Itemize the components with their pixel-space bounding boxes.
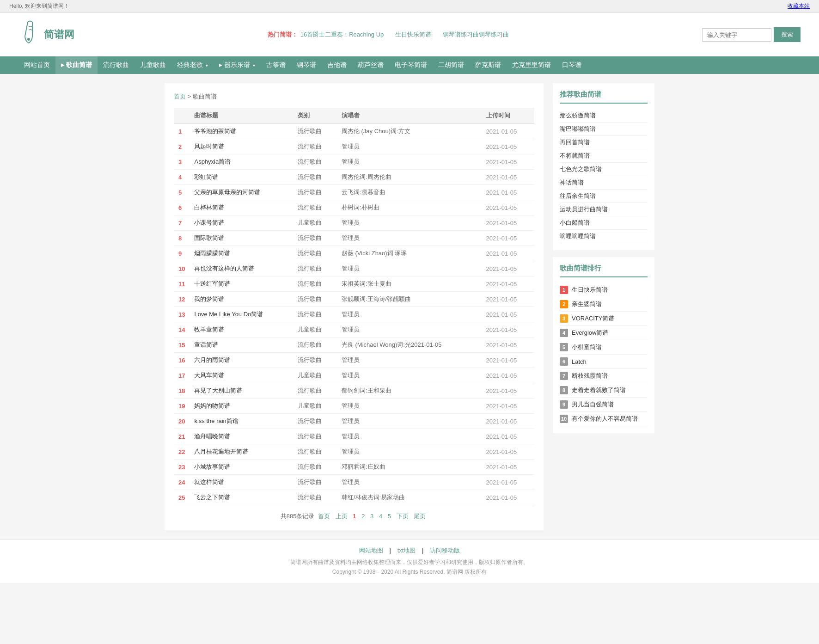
score-link[interactable]: 父亲的草原母亲的河简谱 [194,189,260,196]
recommend-link[interactable]: 七色光之歌简谱 [560,166,602,172]
hot-link-1[interactable]: 16首爵士二重奏：Reaching Up [300,31,384,39]
nav-erhu[interactable]: 二胡简谱 [433,56,470,74]
ranking-link[interactable]: 断枝残霞简谱 [572,372,608,380]
score-link[interactable]: 再也没有这样的人简谱 [194,265,254,272]
row-type: 流行歌曲 [293,337,337,353]
ranking-link[interactable]: 亲生婆简谱 [572,300,602,308]
score-link[interactable]: 风起时简谱 [194,143,224,150]
score-link[interactable]: 小城故事简谱 [194,463,230,470]
row-number: 3 [174,154,189,170]
row-date: 2021-01-05 [482,475,534,490]
breadcrumb-home[interactable]: 首页 [174,93,186,100]
score-link[interactable]: 大风车简谱 [194,372,224,379]
score-link[interactable]: Love Me Like You Do简谱 [194,311,263,318]
recommend-link[interactable]: 再回首简谱 [560,139,590,146]
score-link[interactable]: 就这样简谱 [194,478,224,485]
nav-hulusi[interactable]: 葫芦丝谱 [352,56,389,74]
nav-guitar[interactable]: 吉他谱 [322,56,352,74]
score-link[interactable]: 爷爷泡的茶简谱 [194,128,236,135]
row-date: 2021-01-05 [482,139,534,154]
score-link[interactable]: 再见了大别山简谱 [194,387,242,394]
ranking-link[interactable]: 小棋童简谱 [572,343,602,351]
score-link[interactable]: 小课号简谱 [194,219,224,226]
recommend-item: 七色光之歌简谱 [560,163,648,176]
page-5[interactable]: 5 [388,513,391,520]
score-link[interactable]: 童话简谱 [194,341,218,348]
score-link[interactable]: 白桦林简谱 [194,204,224,211]
nav-pop[interactable]: 流行歌曲 [98,56,134,74]
nav-instruments[interactable]: ▸ 器乐乐谱 ▾ [214,56,261,74]
nav-home[interactable]: 网站首页 [18,56,55,74]
row-title: 就这样简谱 [189,475,293,490]
score-link[interactable]: 十送红军简谱 [194,280,230,287]
recommend-link[interactable]: 运动员进行曲简谱 [560,206,608,213]
score-link[interactable]: kiss the rain简谱 [194,417,238,424]
score-link[interactable]: 飞云之下简谱 [194,494,230,501]
ranking-link[interactable]: VORACITY简谱 [572,314,614,323]
search-input[interactable] [702,28,771,42]
table-row: 8 国际歌简谱 流行歌曲 管理员 2021-01-05 [174,231,534,246]
ranking-link[interactable]: Everglow简谱 [572,329,608,337]
row-singer: 光良 (Michael Wong)词:光2021-01-05 [337,337,482,353]
recommend-link[interactable]: 不将就简谱 [560,152,590,159]
page-2[interactable]: 2 [361,513,365,520]
rank-badge: 1 [560,286,568,294]
score-link[interactable]: Asphyxia简谱 [194,158,231,165]
ranking-link[interactable]: 男儿当自强简谱 [572,400,614,409]
score-link[interactable]: 八月桂花遍地开简谱 [194,448,248,455]
nav-saxophone[interactable]: 萨克斯谱 [470,56,507,74]
nav-electronic[interactable]: 电子琴简谱 [389,56,433,74]
page-3[interactable]: 3 [370,513,373,520]
page-4[interactable]: 4 [379,513,382,520]
ranking-link[interactable]: 走着走着就败了简谱 [572,386,626,394]
score-link[interactable]: 我的梦简谱 [194,295,224,302]
recommend-link[interactable]: 嘴巴嘟嘟简谱 [560,125,596,132]
nav-harmonica[interactable]: 口琴谱 [556,56,587,74]
nav-ukulele[interactable]: 尤克里里简谱 [507,56,556,74]
hot-link-3[interactable]: 钢琴谱练习曲钢琴练习曲 [443,31,509,39]
rank-badge: 8 [560,386,568,394]
footer-txt[interactable]: txt地图 [397,547,416,554]
search-button[interactable]: 搜索 [774,27,801,42]
ranking-link[interactable]: Latch [572,358,587,365]
table-row: 11 十送红军简谱 流行歌曲 宋祖英词:张士夏曲 2021-01-05 [174,276,534,292]
recommend-link[interactable]: 那么骄傲简谱 [560,112,596,119]
sidebar: 推荐歌曲简谱 那么骄傲简谱嘴巴嘟嘟简谱再回首简谱不将就简谱七色光之歌简谱神话简谱… [553,83,654,530]
ranking-link[interactable]: 生日快乐简谱 [572,286,608,294]
nav-children[interactable]: 儿童歌曲 [134,56,171,74]
nav-classic[interactable]: 经典老歌 ▾ [171,56,214,74]
content-area: 首页 > 歌曲简谱 曲谱标题 类别 演唱者 上传时间 1 爷爷泡的茶简谱 流行歌… [165,83,544,530]
recommend-link[interactable]: 往后余生简谱 [560,192,596,199]
row-singer: 管理员 [337,231,482,246]
recommend-link[interactable]: 神话简谱 [560,179,584,186]
table-row: 12 我的梦简谱 流行歌曲 张靓颖词:王海涛/张靓颖曲 2021-01-05 [174,292,534,307]
ranking-link[interactable]: 有个爱你的人不容易简谱 [572,415,638,423]
score-link[interactable]: 渔舟唱晚简谱 [194,433,230,440]
row-type: 儿童歌曲 [293,399,337,414]
nav-songs[interactable]: ▸ 歌曲简谱 [55,56,98,74]
footer-mobile[interactable]: 访问移动版 [430,547,460,554]
collect-link[interactable]: 收藏本站 [788,2,810,10]
page-next[interactable]: 下页 [397,513,409,520]
row-singer: 云飞词:凛暮音曲 [337,185,482,200]
nav-guzheng[interactable]: 古筝谱 [261,56,291,74]
score-link[interactable]: 六月的雨简谱 [194,356,230,363]
footer-sitemap[interactable]: 网站地图 [359,547,383,554]
recommend-link[interactable]: 嘀哩嘀哩简谱 [560,233,596,239]
score-link[interactable]: 妈妈的吻简谱 [194,402,230,409]
page-first[interactable]: 首页 [318,513,330,520]
row-title: 妈妈的吻简谱 [189,399,293,414]
page-last[interactable]: 尾页 [414,513,426,520]
row-type: 流行歌曲 [293,139,337,154]
nav-piano[interactable]: 钢琴谱 [291,56,322,74]
score-link[interactable]: 国际歌简谱 [194,234,224,241]
hot-link-2[interactable]: 生日快乐简谱 [395,31,431,39]
recommend-link[interactable]: 小白船简谱 [560,219,590,226]
recommend-item: 那么骄傲简谱 [560,109,648,123]
score-link[interactable]: 彩虹简谱 [194,173,218,180]
score-link[interactable]: 烟雨朦朦简谱 [194,250,230,257]
page-prev[interactable]: 上页 [336,513,348,520]
row-title: 十送红军简谱 [189,276,293,292]
row-number: 18 [174,383,189,399]
score-link[interactable]: 牧羊童简谱 [194,326,224,333]
